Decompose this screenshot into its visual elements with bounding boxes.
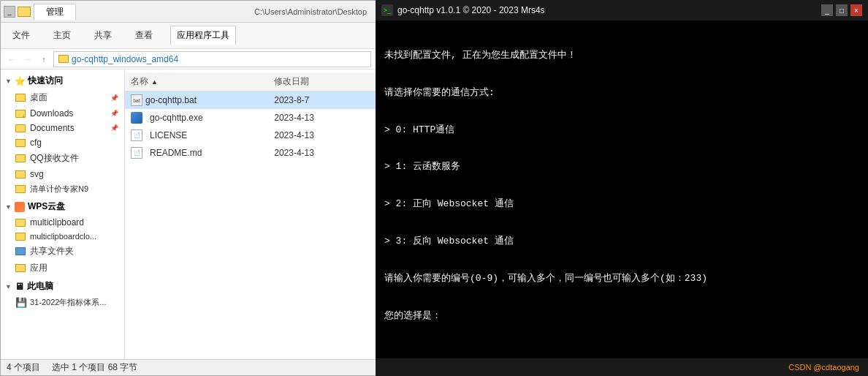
bat-file-icon: bat <box>131 94 142 106</box>
terminal-window: >_ go-cqhttp v1.0.1 © 2020 - 2023 Mrs4s … <box>376 0 868 376</box>
file-list: 名称 ▲ 修改日期 bat go-cqhttp.bat 2023-8-7 go-… <box>125 69 376 359</box>
folder-icon-title <box>18 7 31 17</box>
sidebar-item-drive[interactable]: 💾 31-2022年指标体系... <box>1 295 124 310</box>
breadcrumb[interactable]: go-cqhttp_windows_amd64 <box>53 51 371 67</box>
title-bar-manage: 管理 <box>34 2 245 20</box>
quick-access-arrow: ▼ <box>5 78 12 85</box>
pin-icon-desktop: 📌 <box>110 94 118 102</box>
readme-name-col: 📄 README.md <box>131 147 274 159</box>
sort-arrow: ▲ <box>151 78 158 86</box>
svg-folder-icon <box>15 170 26 178</box>
sidebar-item-apps-label: 应用 <box>30 262 47 274</box>
ribbon-tab-tools[interactable]: 应用程序工具 <box>170 26 236 45</box>
path-display: C:\Users\Administrator\Desktop <box>248 7 373 16</box>
sidebar-item-documents[interactable]: Documents 📌 <box>1 121 124 135</box>
up-button[interactable]: ↑ <box>37 53 50 66</box>
terminal-controls: _ □ × <box>821 4 862 16</box>
forward-button[interactable]: → <box>21 53 34 66</box>
col-name-header[interactable]: 名称 ▲ <box>131 75 274 88</box>
quick-access-section: ▼ ⭐ 快速访问 桌面 📌 Downloads 📌 Documents <box>1 72 124 197</box>
pin-icon-downloads: 📌 <box>110 110 118 117</box>
desktop-folder-icon <box>15 94 26 102</box>
wps-label: WPS云盘 <box>28 200 65 213</box>
back-button[interactable]: ← <box>5 53 18 66</box>
readme-filename: README.md <box>150 148 202 158</box>
terminal-line-7: 您的选择是： <box>384 309 859 324</box>
readme-date: 2023-4-13 <box>274 148 370 158</box>
col-date-header[interactable]: 修改日期 <box>274 75 370 88</box>
license-file-icon: 📄 <box>131 129 142 141</box>
terminal-title-bar: >_ go-cqhttp v1.0.1 © 2020 - 2023 Mrs4s … <box>376 0 868 20</box>
pc-arrow: ▼ <box>5 283 12 290</box>
file-item-bat[interactable]: bat go-cqhttp.bat 2023-8-7 <box>125 91 376 109</box>
sidebar-item-expert[interactable]: 清单计价专家N9 <box>1 181 124 197</box>
terminal-line-6: 请输入你需要的编号(0-9)，可输入多个，同一编号也可输入多个(如：233) <box>384 271 859 287</box>
license-name-col: 📄 LICENSE <box>131 129 274 141</box>
bat-filename: go-cqhttp.bat <box>145 95 197 105</box>
sidebar: ▼ ⭐ 快速访问 桌面 📌 Downloads 📌 Documents <box>1 69 125 359</box>
terminal-close[interactable]: × <box>850 4 862 16</box>
exe-date: 2023-4-13 <box>274 113 370 123</box>
sidebar-item-desktop[interactable]: 桌面 📌 <box>1 89 124 106</box>
multiclipboardclo-icon <box>15 233 26 241</box>
explorer-window: _ 管理 C:\Users\Administrator\Desktop 文件 主… <box>0 0 376 376</box>
terminal-line-3: > 1: 云函数服务 <box>384 159 859 175</box>
ribbon-tab-file[interactable]: 文件 <box>7 26 36 45</box>
sidebar-item-multiclipboardclo[interactable]: multiclipboardclo... <box>1 230 124 243</box>
wps-arrow: ▼ <box>5 203 12 211</box>
file-list-header: 名称 ▲ 修改日期 <box>125 72 376 91</box>
qq-folder-icon <box>15 154 26 162</box>
sidebar-item-multiclipboard-label: multiclipboard <box>30 217 84 228</box>
bat-date: 2023-8-7 <box>274 95 370 105</box>
shared-folder-icon <box>15 247 26 255</box>
file-item-exe[interactable]: go-cqhttp.exe 2023-4-13 <box>125 109 376 127</box>
terminal-maximize[interactable]: □ <box>836 4 848 16</box>
pin-icon-documents: 📌 <box>110 124 118 132</box>
wps-header[interactable]: ▼ WPS云盘 <box>1 198 124 215</box>
terminal-minimize[interactable]: _ <box>821 4 833 16</box>
readme-file-icon: 📄 <box>131 147 142 159</box>
sidebar-item-qq-label: QQ接收文件 <box>30 152 79 165</box>
address-bar: ← → ↑ go-cqhttp_windows_amd64 <box>1 49 376 69</box>
terminal-line-2: > 0: HTTP通信 <box>384 123 859 138</box>
license-date: 2023-4-13 <box>274 130 370 140</box>
wps-cloud-icon <box>15 202 25 212</box>
terminal-footer: CSDN @cdtaogang <box>376 358 868 376</box>
ribbon: 文件 主页 共享 查看 应用程序工具 <box>1 23 376 49</box>
sidebar-item-qq[interactable]: QQ接收文件 <box>1 150 124 167</box>
breadcrumb-text: go-cqhttp_windows_amd64 <box>72 54 178 64</box>
bat-name-col: bat go-cqhttp.bat <box>131 94 274 106</box>
manage-tab[interactable]: 管理 <box>34 4 76 20</box>
ribbon-tab-view[interactable]: 查看 <box>129 26 159 45</box>
sidebar-item-desktop-label: 桌面 <box>30 91 47 104</box>
terminal-content[interactable]: 未找到配置文件, 正在为您生成配置文件中！ 请选择你需要的通信方式: > 0: … <box>376 20 868 358</box>
sidebar-item-apps[interactable]: 应用 <box>1 260 124 277</box>
sidebar-item-multiclipboard[interactable]: multiclipboard <box>1 215 124 230</box>
sidebar-item-shared[interactable]: 共享文件夹 <box>1 243 124 260</box>
quick-access-label: 快速访问 <box>28 75 63 87</box>
sidebar-item-downloads-label: Downloads <box>30 108 73 119</box>
minimize-icon[interactable]: _ <box>4 6 15 18</box>
sidebar-item-expert-label: 清单计价专家N9 <box>30 184 88 195</box>
file-item-readme[interactable]: 📄 README.md 2023-4-13 <box>125 144 376 162</box>
breadcrumb-folder-icon <box>58 55 69 63</box>
sidebar-item-svg[interactable]: svg <box>1 167 124 181</box>
file-item-license[interactable]: 📄 LICENSE 2023-4-13 <box>125 127 376 144</box>
selected-info: 选中 1 个项目 68 字节 <box>52 361 137 374</box>
sidebar-item-drive-label: 31-2022年指标体系... <box>30 297 107 308</box>
sidebar-item-downloads[interactable]: Downloads 📌 <box>1 106 124 121</box>
sidebar-item-svg-label: svg <box>30 169 44 179</box>
sidebar-item-cfg[interactable]: cfg <box>1 135 124 150</box>
ribbon-tab-home[interactable]: 主页 <box>47 26 77 45</box>
terminal-footer-text: CSDN @cdtaogang <box>788 363 859 372</box>
terminal-line-0: 未找到配置文件, 正在为您生成配置文件中！ <box>384 48 859 64</box>
sidebar-item-multiclipboardclo-label: multiclipboardclo... <box>30 232 96 241</box>
quick-access-header[interactable]: ▼ ⭐ 快速访问 <box>1 72 124 89</box>
downloads-folder-icon <box>15 110 26 118</box>
pc-label: 此电脑 <box>27 280 53 293</box>
title-bar-icons: _ <box>4 6 31 18</box>
sidebar-item-cfg-label: cfg <box>30 138 42 148</box>
terminal-title: go-cqhttp v1.0.1 © 2020 - 2023 Mrs4s <box>397 5 545 15</box>
pc-header[interactable]: ▼ 🖥 此电脑 <box>1 278 124 295</box>
ribbon-tab-share[interactable]: 共享 <box>88 26 118 45</box>
